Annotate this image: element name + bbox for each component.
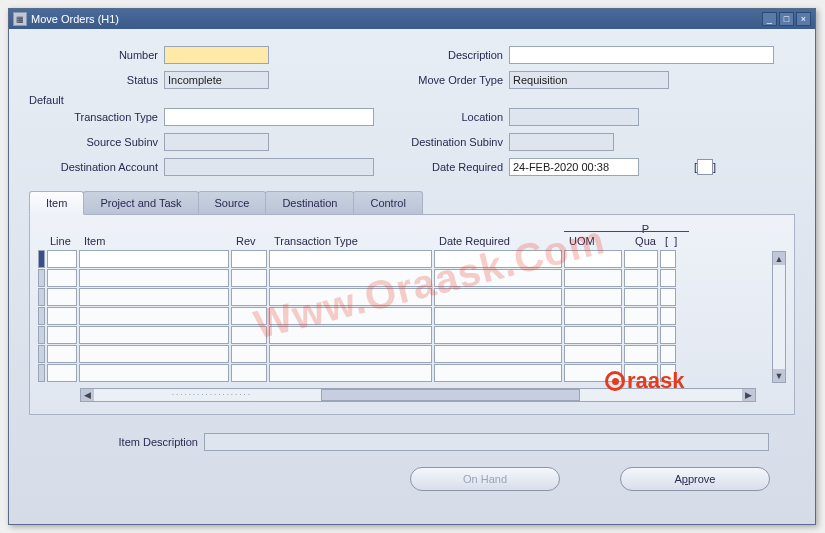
grid-row[interactable] [38, 363, 786, 382]
cell-pqua[interactable] [624, 326, 658, 344]
scroll-thumb[interactable] [773, 265, 785, 369]
cell-pqua[interactable] [624, 307, 658, 325]
tab-item[interactable]: Item [29, 191, 84, 215]
cell-flex[interactable] [660, 307, 676, 325]
tab-source[interactable]: Source [198, 191, 267, 214]
row-handle[interactable] [38, 326, 45, 344]
cell-pqua[interactable] [624, 250, 658, 268]
cell-date-required[interactable] [434, 250, 562, 268]
cell-transaction-type[interactable] [269, 307, 432, 325]
number-input[interactable] [164, 46, 269, 64]
cell-uom[interactable] [564, 307, 622, 325]
scroll-right-icon[interactable]: ▶ [742, 389, 755, 401]
cell-pqua[interactable] [624, 364, 658, 382]
window-content: Number Description Status Move Order Typ… [9, 29, 815, 501]
cell-uom[interactable] [564, 345, 622, 363]
cell-pqua[interactable] [624, 288, 658, 306]
grid-row[interactable] [38, 249, 786, 268]
transaction-type-input[interactable] [164, 108, 374, 126]
cell-item[interactable] [79, 345, 229, 363]
cell-date-required[interactable] [434, 288, 562, 306]
tab-project-and-task[interactable]: Project and Task [83, 191, 198, 214]
flex-field-button[interactable] [697, 159, 713, 175]
grid-horizontal-scrollbar[interactable]: ◀ ··················· ▶ [80, 388, 756, 402]
cell-date-required[interactable] [434, 326, 562, 344]
grid-row[interactable] [38, 325, 786, 344]
cell-pqua[interactable] [624, 345, 658, 363]
cell-line[interactable] [47, 288, 77, 306]
tab-control[interactable]: Control [353, 191, 422, 214]
cell-transaction-type[interactable] [269, 345, 432, 363]
cell-item[interactable] [79, 326, 229, 344]
dest-account-input[interactable] [164, 158, 374, 176]
row-handle[interactable] [38, 345, 45, 363]
location-input[interactable] [509, 108, 639, 126]
scroll-thumb[interactable] [321, 389, 580, 401]
cell-line[interactable] [47, 250, 77, 268]
cell-item[interactable] [79, 307, 229, 325]
grid-row[interactable] [38, 268, 786, 287]
cell-rev[interactable] [231, 250, 267, 268]
row-handle[interactable] [38, 269, 45, 287]
row-handle[interactable] [38, 364, 45, 382]
cell-date-required[interactable] [434, 345, 562, 363]
cell-line[interactable] [47, 307, 77, 325]
approve-button[interactable]: Approve [620, 467, 770, 491]
row-handle[interactable] [38, 307, 45, 325]
grid-row[interactable] [38, 344, 786, 363]
cell-flex[interactable] [660, 269, 676, 287]
maximize-button[interactable]: □ [779, 12, 794, 26]
tab-destination[interactable]: Destination [265, 191, 354, 214]
cell-flex[interactable] [660, 364, 676, 382]
minimize-button[interactable]: _ [762, 12, 777, 26]
source-subinv-input[interactable] [164, 133, 269, 151]
row-handle[interactable] [38, 250, 45, 268]
cell-flex[interactable] [660, 345, 676, 363]
date-required-label: Date Required [399, 161, 509, 173]
cell-rev[interactable] [231, 326, 267, 344]
cell-flex[interactable] [660, 250, 676, 268]
cell-transaction-type[interactable] [269, 250, 432, 268]
cell-rev[interactable] [231, 307, 267, 325]
cell-rev[interactable] [231, 345, 267, 363]
cell-item[interactable] [79, 288, 229, 306]
scroll-left-icon[interactable]: ◀ [81, 389, 94, 401]
row-handle[interactable] [38, 288, 45, 306]
cell-transaction-type[interactable] [269, 269, 432, 287]
description-input[interactable] [509, 46, 774, 64]
cell-uom[interactable] [564, 364, 622, 382]
scroll-down-icon[interactable]: ▼ [773, 369, 785, 382]
scroll-up-icon[interactable]: ▲ [773, 252, 785, 265]
cell-rev[interactable] [231, 364, 267, 382]
close-button[interactable]: × [796, 12, 811, 26]
cell-line[interactable] [47, 364, 77, 382]
col-flex: [ ] [662, 225, 690, 249]
col-date-required: Date Required [436, 225, 566, 249]
cell-uom[interactable] [564, 269, 622, 287]
cell-line[interactable] [47, 345, 77, 363]
date-required-input[interactable] [509, 158, 639, 176]
cell-line[interactable] [47, 326, 77, 344]
cell-uom[interactable] [564, 250, 622, 268]
dest-subinv-input[interactable] [509, 133, 614, 151]
cell-pqua[interactable] [624, 269, 658, 287]
cell-date-required[interactable] [434, 269, 562, 287]
cell-transaction-type[interactable] [269, 326, 432, 344]
cell-flex[interactable] [660, 326, 676, 344]
cell-line[interactable] [47, 269, 77, 287]
grid-vertical-scrollbar[interactable]: ▲ ▼ [772, 251, 786, 383]
grid-row[interactable] [38, 287, 786, 306]
cell-transaction-type[interactable] [269, 288, 432, 306]
cell-item[interactable] [79, 269, 229, 287]
cell-uom[interactable] [564, 288, 622, 306]
cell-item[interactable] [79, 250, 229, 268]
cell-transaction-type[interactable] [269, 364, 432, 382]
cell-item[interactable] [79, 364, 229, 382]
cell-flex[interactable] [660, 288, 676, 306]
cell-date-required[interactable] [434, 307, 562, 325]
cell-uom[interactable] [564, 326, 622, 344]
cell-rev[interactable] [231, 288, 267, 306]
cell-rev[interactable] [231, 269, 267, 287]
cell-date-required[interactable] [434, 364, 562, 382]
grid-row[interactable] [38, 306, 786, 325]
